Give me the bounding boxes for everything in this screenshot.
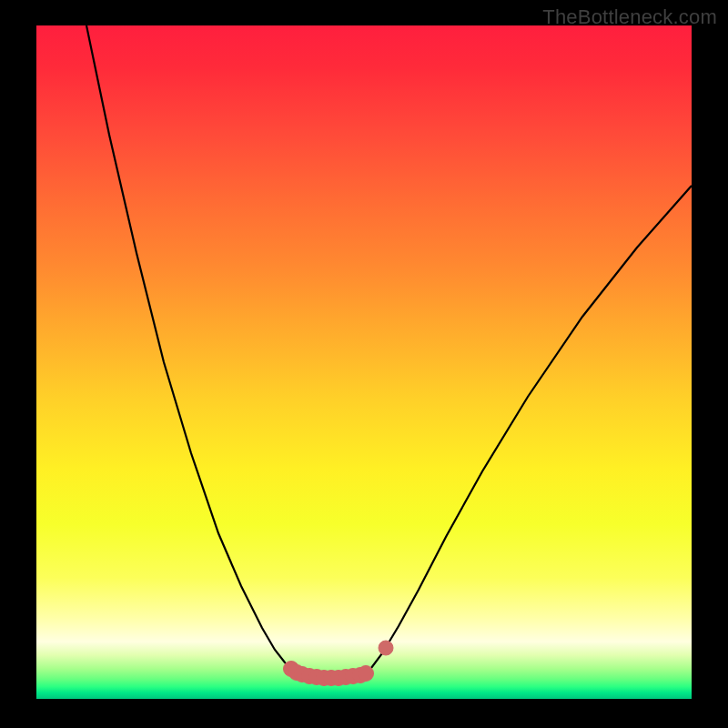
watermark-text: TheBottleneck.com bbox=[542, 5, 717, 29]
outer-frame: TheBottleneck.com bbox=[0, 0, 728, 728]
curve-left-arm bbox=[86, 25, 308, 675]
floor-marker bbox=[359, 666, 374, 682]
plot-area bbox=[36, 25, 692, 699]
curve-right-arm bbox=[364, 186, 692, 675]
isolated-marker bbox=[379, 641, 393, 655]
marker-group bbox=[284, 641, 394, 686]
chart-svg bbox=[36, 25, 692, 699]
